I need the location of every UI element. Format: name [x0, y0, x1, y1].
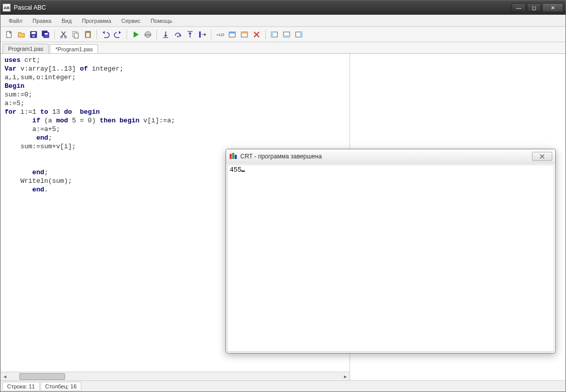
toolbar-separator	[265, 29, 266, 40]
menu-программа[interactable]: Программа	[78, 16, 115, 25]
svg-text:×123: ×123	[216, 33, 224, 37]
crt-output-text: 455	[230, 166, 241, 174]
menubar: ФайлПравкаВидПрограммаСервисПомощь	[1, 15, 565, 27]
menu-файл[interactable]: Файл	[5, 16, 26, 25]
statusbar: Строка: 11 Столбец: 16	[1, 380, 565, 391]
window1-icon[interactable]	[227, 29, 238, 40]
close-icon	[539, 154, 545, 159]
titlebar[interactable]: AB Pascal ABC — ◻ ✕	[1, 1, 565, 15]
horizontal-scrollbar[interactable]: ◂ ▸	[1, 372, 350, 380]
panel2-icon[interactable]	[281, 29, 292, 40]
app-icon: AB	[3, 4, 11, 12]
crt-app-icon	[229, 152, 237, 160]
minimize-button[interactable]: —	[512, 3, 526, 12]
run-icon[interactable]	[130, 29, 141, 40]
scroll-thumb[interactable]	[19, 373, 65, 380]
save-icon[interactable]	[28, 29, 39, 40]
tab-Program1pas[interactable]: Program1.pas	[3, 44, 49, 53]
step-out-icon[interactable]	[184, 29, 196, 40]
crt-output[interactable]: 455	[227, 165, 554, 352]
crt-output-window[interactable]: CRT - программа завершена 455	[226, 149, 556, 353]
undo-icon[interactable]	[100, 29, 111, 40]
svg-marker-17	[134, 31, 139, 38]
svg-rect-32	[241, 32, 247, 34]
panel3-icon[interactable]	[293, 29, 304, 40]
svg-text:STOP: STOP	[144, 34, 151, 37]
svg-rect-11	[74, 33, 78, 38]
toolbar-separator	[156, 29, 157, 40]
svg-rect-7	[45, 33, 48, 35]
toolbar-separator	[127, 29, 127, 40]
scroll-right-icon[interactable]: ▸	[341, 372, 350, 381]
new-file-icon[interactable]	[4, 29, 15, 40]
menu-сервис[interactable]: Сервис	[117, 16, 145, 25]
svg-marker-16	[119, 31, 121, 34]
status-line: Строка: 11	[3, 382, 40, 391]
crt-title: CRT - программа завершена	[240, 153, 532, 160]
svg-rect-36	[284, 35, 290, 37]
svg-rect-3	[32, 32, 36, 34]
menu-правка[interactable]: Правка	[28, 16, 55, 25]
crt-titlebar[interactable]: CRT - программа завершена	[226, 149, 555, 164]
save-all-icon[interactable]	[40, 29, 51, 40]
open-file-icon[interactable]	[16, 29, 27, 40]
cut-icon[interactable]	[58, 29, 69, 40]
svg-rect-41	[235, 155, 237, 159]
svg-rect-26	[199, 31, 201, 38]
svg-marker-27	[204, 33, 206, 36]
svg-rect-30	[229, 32, 235, 34]
svg-rect-13	[86, 31, 89, 32]
menu-вид[interactable]: Вид	[57, 16, 76, 25]
svg-rect-40	[232, 153, 234, 159]
svg-marker-20	[164, 35, 167, 37]
status-column: Столбец: 16	[41, 382, 81, 391]
panel1-icon[interactable]	[269, 29, 280, 40]
window-controls: — ◻ ✕	[512, 3, 563, 12]
window2-icon[interactable]	[239, 29, 250, 40]
crt-cursor	[241, 171, 245, 172]
crt-close-button[interactable]	[532, 152, 552, 161]
svg-marker-24	[188, 32, 192, 34]
stop-icon[interactable]: STOP	[142, 29, 153, 40]
toolbar: STOP×123	[1, 27, 565, 42]
scroll-left-icon[interactable]: ◂	[1, 372, 9, 381]
copy-icon[interactable]	[70, 29, 81, 40]
svg-rect-21	[163, 37, 168, 38]
close-button[interactable]: ✕	[542, 3, 563, 12]
svg-rect-34	[271, 32, 273, 37]
svg-rect-4	[32, 35, 35, 37]
menu-помощь[interactable]: Помощь	[146, 16, 176, 25]
breakpoint-icon[interactable]: ×123	[214, 29, 226, 40]
svg-rect-14	[86, 33, 89, 37]
toolbar-separator	[54, 29, 55, 40]
svg-rect-39	[230, 154, 232, 159]
svg-rect-25	[187, 31, 193, 32]
tab-strip: Program1.pas*Program1.pas	[1, 42, 565, 53]
paste-icon[interactable]	[82, 29, 93, 40]
tab-Program1pas[interactable]: *Program1.pas	[50, 44, 98, 54]
step-into-icon[interactable]	[160, 29, 171, 40]
svg-point-23	[177, 36, 179, 38]
toolbar-separator	[211, 29, 211, 40]
close-window-icon[interactable]	[251, 29, 262, 40]
app-title: Pascal ABC	[14, 4, 512, 11]
svg-rect-38	[300, 32, 302, 37]
redo-icon[interactable]	[112, 29, 123, 40]
toolbar-separator	[97, 29, 97, 40]
step-over-icon[interactable]	[172, 29, 183, 40]
run-to-cursor-icon[interactable]	[197, 29, 208, 40]
maximize-button[interactable]: ◻	[527, 3, 541, 12]
svg-marker-15	[103, 31, 105, 34]
